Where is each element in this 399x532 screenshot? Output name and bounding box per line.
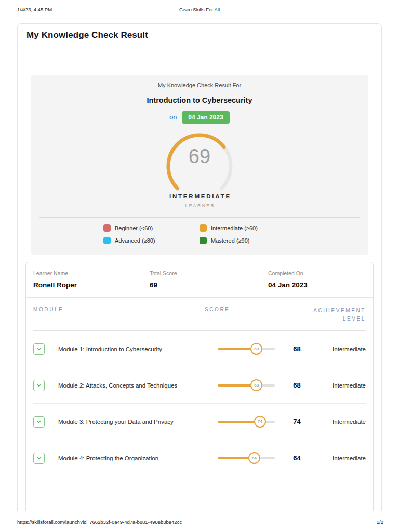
- gauge-score-value: 69: [161, 145, 238, 168]
- expand-module-button[interactable]: [33, 343, 45, 355]
- print-header: 1/4/23, 4:45 PM Cisco Skills For All: [17, 7, 382, 12]
- module-achievement-level: Intermediate: [319, 346, 366, 352]
- score-slider[interactable]: 68: [218, 379, 275, 391]
- summary-field-value: 69: [150, 281, 268, 289]
- expand-module-button[interactable]: [33, 453, 45, 464]
- module-row: Module 4: Protecting the Organization 64…: [33, 440, 366, 476]
- chevron-down-icon: [36, 382, 42, 389]
- legend-item: Intermediate (≥60): [200, 224, 296, 232]
- date-badge: 04 Jan 2023: [182, 111, 229, 124]
- legend-item: Advanced (≥80): [103, 237, 200, 244]
- print-footer: https://skillsforall.com/launch?id=7662b…: [17, 519, 383, 525]
- chevron-down-icon: [36, 346, 42, 352]
- summary-field: Total Score 69: [150, 270, 268, 289]
- legend-item: Mastered (≥90): [200, 237, 296, 244]
- expand-module-button[interactable]: [33, 416, 45, 428]
- print-footer-url: https://skillsforall.com/launch?id=7662b…: [17, 519, 182, 525]
- summary-field-label: Completed On: [268, 270, 366, 276]
- legend-item: Beginner (<60): [103, 224, 200, 232]
- learner-summary-row: Learner Name Ronell Roper Total Score 69…: [33, 262, 366, 289]
- result-page-card: My Knowledge Check Result My Knowledge C…: [17, 23, 382, 511]
- summary-field-value: Ronell Roper: [33, 281, 150, 289]
- summary-field-label: Total Score: [150, 270, 268, 276]
- module-name: Module 2: Attacks, Concepts and Techniqu…: [58, 382, 218, 389]
- slider-thumb[interactable]: 74: [254, 416, 266, 428]
- site-title: Cisco Skills For All: [17, 7, 382, 12]
- column-header-module: MODULE: [33, 307, 205, 323]
- legend-label: Advanced (≥80): [115, 237, 155, 244]
- summary-divider: [26, 297, 373, 298]
- results-detail-card: Learner Name Ronell Roper Total Score 69…: [25, 262, 374, 511]
- print-page-indicator: 1/2: [377, 519, 383, 525]
- module-achievement-level: Intermediate: [319, 455, 366, 461]
- module-achievement-level: Intermediate: [319, 419, 366, 425]
- legend-swatch-icon: [103, 237, 111, 244]
- completion-date-row: on 04 Jan 2023: [31, 111, 368, 124]
- learner-label: LEARNER: [31, 203, 368, 208]
- slider-thumb[interactable]: 68: [250, 343, 262, 355]
- print-preview-page: 1/4/23, 4:45 PM Cisco Skills For All My …: [0, 0, 399, 532]
- on-label: on: [169, 114, 177, 121]
- legend-label: Intermediate (≥60): [211, 225, 258, 231]
- column-header-score: SCORE: [205, 307, 267, 323]
- knowledge-check-summary-panel: My Knowledge Check Result For Introducti…: [31, 75, 368, 255]
- summary-field: Learner Name Ronell Roper: [33, 270, 150, 289]
- module-achievement-level: Intermediate: [319, 382, 366, 389]
- achievement-legend: Beginner (<60) Intermediate (≥60) Advanc…: [31, 224, 368, 244]
- course-title: Introduction to Cybersecurity: [31, 96, 368, 104]
- slider-thumb[interactable]: 68: [250, 379, 262, 391]
- legend-swatch-icon: [200, 224, 207, 232]
- score-slider[interactable]: 68: [218, 343, 275, 355]
- module-score: 68: [275, 345, 319, 353]
- module-table-body: Module 1: Introduction to Cybersecurity …: [33, 331, 366, 476]
- panel-subtitle: My Knowledge Check Result For: [31, 82, 368, 88]
- legend-label: Beginner (<60): [115, 225, 153, 231]
- score-gauge: 69: [161, 130, 238, 191]
- module-row: Module 1: Introduction to Cybersecurity …: [33, 331, 366, 367]
- legend-swatch-icon: [103, 224, 111, 232]
- module-name: Module 4: Protecting the Organization: [58, 455, 218, 461]
- page-title: My Knowledge Check Result: [25, 30, 374, 41]
- expand-module-button[interactable]: [33, 380, 45, 391]
- module-name: Module 3: Protecting your Data and Priva…: [58, 419, 218, 425]
- module-name: Module 1: Introduction to Cybersecurity: [58, 346, 218, 352]
- column-header-achievement-line2: LEVEL: [267, 315, 366, 323]
- score-slider[interactable]: 64: [218, 452, 275, 464]
- chevron-down-icon: [36, 419, 42, 425]
- chevron-down-icon: [36, 455, 42, 461]
- module-row: Module 3: Protecting your Data and Priva…: [33, 404, 366, 440]
- module-score: 68: [275, 381, 319, 389]
- module-score: 74: [275, 418, 319, 425]
- score-slider[interactable]: 74: [218, 416, 275, 428]
- panel-divider: [39, 217, 360, 218]
- column-header-achievement-line1: ACHIEVEMENT: [267, 307, 366, 315]
- legend-swatch-icon: [200, 237, 207, 244]
- legend-label: Mastered (≥90): [211, 237, 250, 244]
- summary-field: Completed On 04 Jan 2023: [268, 270, 366, 289]
- column-header-achievement-level: ACHIEVEMENT LEVEL: [267, 307, 366, 323]
- achievement-level-label: INTERMEDIATE: [31, 193, 368, 200]
- module-score: 64: [275, 454, 319, 462]
- summary-field-label: Learner Name: [33, 270, 150, 276]
- module-row: Module 2: Attacks, Concepts and Techniqu…: [33, 367, 366, 404]
- module-table-header: MODULE SCORE ACHIEVEMENT LEVEL: [33, 307, 366, 331]
- summary-field-value: 04 Jan 2023: [268, 281, 366, 289]
- slider-thumb[interactable]: 64: [248, 452, 260, 464]
